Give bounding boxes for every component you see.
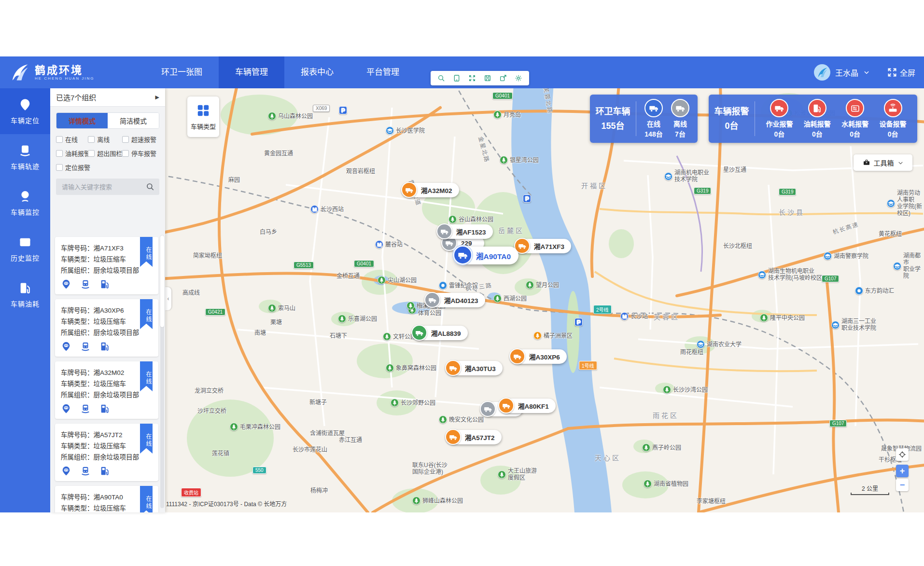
locate-vehicle-icon[interactable]	[61, 341, 71, 352]
fuel-vehicle-icon[interactable]	[99, 466, 110, 476]
zoom-in-button[interactable]: +	[896, 465, 909, 477]
locate-vehicle-icon[interactable]	[61, 466, 71, 476]
grid-icon	[196, 103, 210, 118]
export-icon[interactable]	[496, 72, 510, 84]
nav-tab-环卫一张图[interactable]: 环卫一张图	[145, 56, 219, 88]
filter-checkbox-停车报警[interactable]: 停车报警	[122, 149, 159, 158]
org-selector[interactable]: 已选7个组织 ▶	[50, 88, 165, 107]
toolbox-icon	[863, 159, 870, 166]
filter-label: 油耗报警	[65, 149, 90, 158]
road-shield-G107: G107	[822, 275, 839, 282]
stat-item-作业报警: 作业报警0台	[766, 99, 793, 138]
checkbox-icon[interactable]	[56, 150, 63, 157]
vehicle-marker-湘A30XP6[interactable]: 湘A30XP6	[511, 349, 567, 364]
nav-tab-平台管理[interactable]: 平台管理	[350, 56, 416, 88]
toolbox-button[interactable]: 工具箱	[854, 154, 912, 171]
filter-checkbox-离线[interactable]: 离线	[88, 135, 122, 144]
mode-tab-简洁模式[interactable]: 简洁模式	[108, 113, 159, 128]
map-label-text: 燕子岭公园	[652, 444, 681, 451]
bus-track-icon	[18, 144, 32, 157]
user-name[interactable]: 王水晶	[835, 67, 858, 78]
filter-checkbox-在线[interactable]: 在线	[56, 135, 88, 144]
zoom-out-button[interactable]: −	[896, 479, 909, 491]
vehicle-marker-湘AF1523[interactable]: 湘AF1523	[438, 224, 493, 239]
vehicle-marker-湘A32M02[interactable]: 湘A32M02	[403, 183, 459, 197]
chevron-down-icon[interactable]	[863, 69, 870, 76]
search-icon[interactable]	[146, 182, 154, 191]
user-avatar[interactable]	[814, 64, 830, 81]
save-icon[interactable]	[481, 72, 494, 84]
sidebar-item-历史监控[interactable]: 历史监控	[0, 226, 50, 272]
list-scrollbar[interactable]	[160, 235, 164, 508]
checkbox-icon[interactable]	[88, 136, 95, 143]
checkbox-icon[interactable]	[56, 136, 63, 143]
locate-button[interactable]	[896, 448, 909, 461]
vehicle-type-button[interactable]: 车辆类型	[187, 97, 219, 137]
road-shield-2号线: 2号线	[593, 305, 612, 314]
map-label-text: 长沙西站	[321, 206, 344, 213]
vehicle-card-actions	[61, 341, 153, 352]
vehicle-card[interactable]: 车牌号码：湘A90TA0车辆类型：垃圾压缩车所属组织：厨余垃圾项目部在线	[55, 486, 158, 512]
vehicle-card[interactable]: 车牌号码：湘A57JT2车辆类型：垃圾压缩车所属组织：厨余垃圾项目部在线	[55, 424, 158, 481]
sidebar-item-车辆定位[interactable]: 车辆定位	[0, 88, 50, 134]
vehicle-marker-湘A90TA0[interactable]: 湘A90TA0	[455, 247, 518, 264]
vehicle-plate: 车牌号码：湘A57JT2	[61, 429, 153, 441]
stat-item-水耗报警: 水耗报警0台	[841, 99, 868, 138]
map-label-text: 湖南劳动人事职 业学院(新校区)	[897, 190, 924, 217]
vehicle-card[interactable]: 车牌号码：湘A30XP6车辆类型：垃圾压缩车所属组织：厨余垃圾项目部在线	[55, 299, 158, 357]
filter-checkbox-油耗报警[interactable]: 油耗报警	[56, 149, 88, 158]
map-label-隆平中央公园: 隆平中央公园	[760, 314, 805, 322]
track-vehicle-icon[interactable]	[80, 466, 91, 476]
checkbox-icon[interactable]	[122, 150, 129, 157]
sidebar-item-车辆轨迹[interactable]: 车辆轨迹	[0, 134, 50, 180]
vehicle-marker-湘A57JT2[interactable]: 湘A57JT2	[447, 430, 502, 444]
road-shield-X069: X069	[313, 105, 330, 112]
poi-icon	[855, 287, 863, 295]
vehicle-marker-湘A71XF3[interactable]: 湘A71XF3	[516, 239, 571, 253]
search-icon[interactable]	[434, 72, 448, 84]
vehicle-card[interactable]: 车牌号码：湘A71XF3车辆类型：垃圾压缩车所属组织：厨余垃圾项目部在线	[55, 237, 158, 294]
locate-vehicle-icon[interactable]	[61, 279, 71, 290]
fleet-total-value: 155台	[590, 119, 636, 133]
filter-checkbox-超出围栏[interactable]: 超出围栏	[88, 149, 122, 158]
vehicle-marker-湘AL8839[interactable]: 湘AL8839	[413, 326, 468, 340]
checkbox-icon[interactable]	[88, 150, 95, 157]
vehicle-marker-湘A30TU3[interactable]: 湘A30TU3	[447, 361, 503, 375]
map-canvas[interactable]: ‹ 乌山森林公园月亮岛银星湾公园松雅湖湿地公园谷山森林公园尖山湖公园乐喜湖公园保…	[165, 88, 924, 512]
sidebar-item-车辆油耗[interactable]: 车辆油耗	[0, 272, 50, 318]
sidebar-item-车辆监控[interactable]: 车辆监控	[0, 180, 50, 226]
sidebar-item-label: 车辆轨迹	[11, 161, 40, 171]
map-label-text: 石塘下	[330, 332, 347, 339]
org-expand-icon[interactable]: ▶	[155, 94, 159, 100]
chevron-down-icon	[897, 160, 904, 166]
frame-icon[interactable]	[450, 72, 463, 84]
school-icon	[758, 271, 766, 279]
locate-vehicle-icon[interactable]	[61, 403, 71, 414]
nav-tab-报表中心[interactable]: 报表中心	[284, 56, 350, 88]
search-input[interactable]	[56, 179, 159, 195]
checkbox-icon[interactable]	[56, 164, 63, 171]
map-label-金桥互通: 金桥互通	[336, 273, 360, 279]
panel-collapse-handle[interactable]: ‹	[165, 287, 171, 310]
expand-icon[interactable]	[465, 72, 479, 84]
track-vehicle-icon[interactable]	[80, 341, 91, 352]
nav-tab-车辆管理[interactable]: 车辆管理	[219, 56, 284, 88]
map-label-text: 联东U谷(长沙 国际企业港)	[412, 462, 448, 475]
map-label-湖南劳动人事职业学院(新校区): 湖南劳动人事职 业学院(新校区)	[887, 190, 924, 217]
fullscreen-button[interactable]: 全屏	[887, 67, 915, 78]
mode-tab-详情模式[interactable]: 详情模式	[56, 113, 108, 128]
fuel-vehicle-icon[interactable]	[99, 341, 110, 352]
filter-checkbox-定位报警[interactable]: 定位报警	[56, 163, 88, 172]
map-label-text: 长沙县	[779, 209, 805, 216]
track-vehicle-icon[interactable]	[80, 279, 91, 290]
scrollbar-thumb[interactable]	[160, 235, 164, 327]
vehicle-card[interactable]: 车牌号码：湘A32M02车辆类型：垃圾压缩车所属组织：厨余垃圾项目部在线	[55, 361, 158, 419]
filter-checkbox-超速报警[interactable]: 超速报警	[122, 135, 159, 144]
vehicle-marker-湘AD40123[interactable]: 湘AD40123	[426, 293, 485, 307]
fuel-vehicle-icon[interactable]	[99, 403, 110, 414]
gear-icon[interactable]	[512, 72, 525, 84]
vehicle-marker-湘A80KF1[interactable]: 湘A80KF1	[500, 399, 556, 413]
fuel-vehicle-icon[interactable]	[99, 279, 110, 290]
track-vehicle-icon[interactable]	[80, 403, 91, 414]
checkbox-icon[interactable]	[122, 136, 129, 143]
